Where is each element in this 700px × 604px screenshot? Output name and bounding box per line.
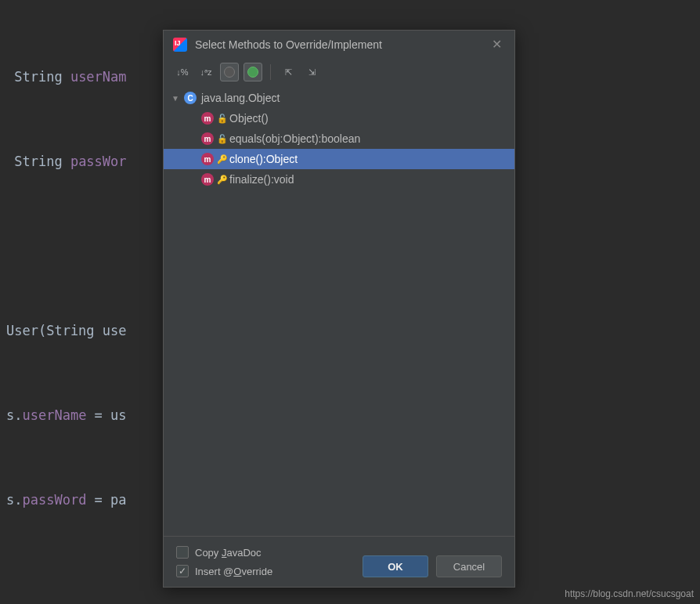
sort-alpha-icon[interactable]: ↓ᵃz [197, 63, 215, 81]
visibility-icon: 🔓 [217, 134, 225, 144]
dialog-title-text: Select Methods to Override/Implement [195, 38, 382, 51]
class-label: java.lang.Object [201, 92, 280, 104]
code-text: String [6, 154, 70, 169]
code-text: userNam [70, 69, 127, 85]
checkbox-label: Insert @Override [195, 566, 272, 577]
watermark: https://blog.csdn.net/csucsgoat [565, 588, 694, 599]
method-label: clone():Object [229, 153, 298, 165]
cancel-button[interactable]: Cancel [436, 555, 502, 577]
checkbox-icon [176, 546, 189, 559]
code-text: s. [6, 492, 22, 508]
copy-javadoc-checkbox[interactable]: Copy JavaDoc [176, 546, 272, 559]
sort-visibility-icon[interactable]: ↓% [173, 63, 192, 81]
override-dialog: Select Methods to Override/Implement ✕ ↓… [163, 30, 515, 588]
code-text: = us [86, 407, 126, 423]
dialog-footer: Copy JavaDoc ✓ Insert @Override OK Cance… [164, 536, 514, 587]
visibility-icon: 🔑 [217, 154, 225, 165]
intellij-icon [173, 38, 187, 52]
filter-circle-icon[interactable] [220, 63, 239, 81]
code-text: s. [6, 407, 22, 423]
method-icon: m [201, 153, 214, 165]
tree-root-object[interactable]: ▼ C java.lang.Object [164, 88, 514, 108]
method-tree[interactable]: ▼ C java.lang.Object m🔓Object()m🔓equals(… [164, 86, 514, 536]
method-row[interactable]: m🔑finalize():void [164, 169, 514, 190]
code-text: passWord [22, 492, 86, 508]
separator [270, 64, 271, 80]
checkbox-icon: ✓ [176, 565, 189, 577]
visibility-icon: 🔓 [217, 114, 225, 124]
code-text: userName [22, 407, 86, 423]
dialog-toolbar: ↓% ↓ᵃz ⇱ ⇲ [164, 58, 514, 86]
close-icon[interactable]: ✕ [489, 37, 505, 52]
method-label: finalize():void [229, 173, 294, 186]
insert-override-checkbox[interactable]: ✓ Insert @Override [176, 565, 272, 577]
code-text: String [6, 69, 70, 85]
method-label: Object() [229, 112, 269, 125]
dialog-titlebar[interactable]: Select Methods to Override/Implement ✕ [164, 31, 514, 58]
method-row[interactable]: m🔓Object() [164, 108, 514, 128]
ok-button[interactable]: OK [363, 555, 428, 577]
code-text: passWor [70, 154, 127, 169]
checkbox-label: Copy JavaDoc [195, 547, 262, 559]
filter-green-icon[interactable] [244, 63, 262, 81]
code-text: User(String use [6, 323, 127, 338]
chevron-down-icon[interactable]: ▼ [171, 94, 181, 103]
visibility-icon: 🔑 [217, 175, 225, 185]
method-row[interactable]: m🔓equals(obj:Object):boolean [164, 128, 514, 149]
method-label: equals(obj:Object):boolean [229, 132, 360, 145]
collapse-all-icon[interactable]: ⇲ [302, 63, 321, 81]
method-row[interactable]: m🔑clone():Object [164, 149, 514, 169]
method-icon: m [201, 112, 214, 125]
code-text: = pa [86, 492, 126, 508]
class-icon: C [184, 92, 197, 104]
expand-all-icon[interactable]: ⇱ [279, 63, 298, 81]
method-icon: m [201, 173, 214, 186]
method-icon: m [201, 132, 214, 145]
